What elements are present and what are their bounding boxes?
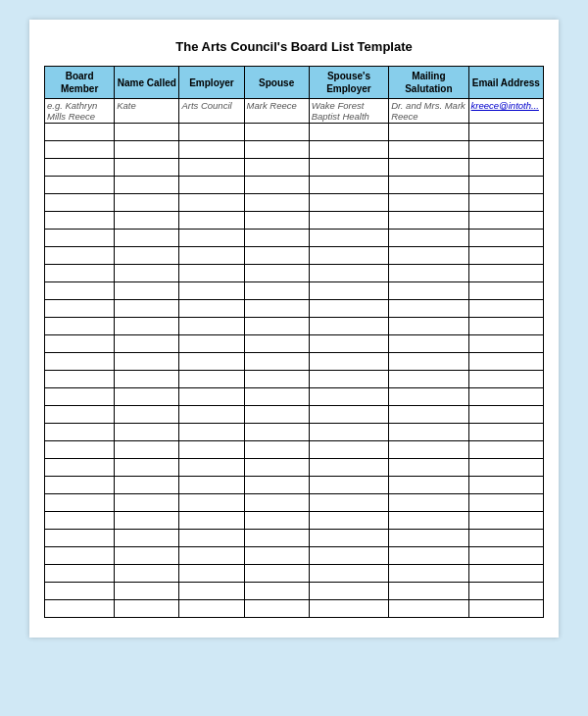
table-row bbox=[45, 406, 544, 424]
example-email-address: kreece@intoth... bbox=[468, 99, 543, 124]
example-board-member: e.g. Kathryn Mills Reece bbox=[45, 99, 115, 124]
header-employer: Employer bbox=[179, 67, 244, 99]
table-row bbox=[45, 335, 544, 353]
table-row bbox=[45, 194, 544, 212]
table-row bbox=[45, 565, 544, 583]
table-row bbox=[45, 371, 544, 388]
table-row bbox=[45, 230, 544, 247]
table-row bbox=[45, 494, 544, 512]
table-row bbox=[45, 353, 544, 371]
header-spouse: Spouse bbox=[244, 67, 309, 99]
header-board-member: Board Member bbox=[45, 67, 115, 99]
table-row bbox=[45, 547, 544, 565]
example-spouses-employer: Wake Forest Baptist Health bbox=[309, 99, 388, 124]
example-mailing-salutation: Dr. and Mrs. Mark Reece bbox=[389, 99, 468, 124]
table-row bbox=[45, 530, 544, 547]
table-row bbox=[45, 141, 544, 159]
example-employer: Arts Council bbox=[179, 99, 244, 124]
table-row bbox=[45, 424, 544, 441]
table-row bbox=[45, 388, 544, 406]
table-row bbox=[45, 265, 544, 282]
example-row: e.g. Kathryn Mills Reece Kate Arts Counc… bbox=[45, 99, 544, 124]
table-row bbox=[45, 159, 544, 177]
table-row bbox=[45, 282, 544, 300]
table-row bbox=[45, 477, 544, 494]
table-row bbox=[45, 124, 544, 141]
table-row bbox=[45, 441, 544, 459]
header-row: Board Member Name Called Employer Spouse… bbox=[45, 67, 544, 99]
header-mailing-salutation: Mailing Salutation bbox=[389, 67, 468, 99]
header-email-address: Email Address bbox=[468, 67, 543, 99]
table-row bbox=[45, 177, 544, 194]
table-row bbox=[45, 212, 544, 230]
header-spouses-employer: Spouse's Employer bbox=[309, 67, 388, 99]
table-row bbox=[45, 583, 544, 600]
table-row bbox=[45, 459, 544, 477]
page-container: The Arts Council's Board List Template B… bbox=[29, 20, 559, 638]
example-name-called: Kate bbox=[115, 99, 179, 124]
table-row bbox=[45, 600, 544, 618]
table-row bbox=[45, 318, 544, 335]
header-name-called: Name Called bbox=[115, 67, 179, 99]
board-table: Board Member Name Called Employer Spouse… bbox=[44, 66, 544, 618]
table-row bbox=[45, 300, 544, 318]
page-title: The Arts Council's Board List Template bbox=[44, 39, 544, 54]
example-spouse: Mark Reece bbox=[244, 99, 309, 124]
table-row bbox=[45, 247, 544, 265]
table-row bbox=[45, 512, 544, 530]
